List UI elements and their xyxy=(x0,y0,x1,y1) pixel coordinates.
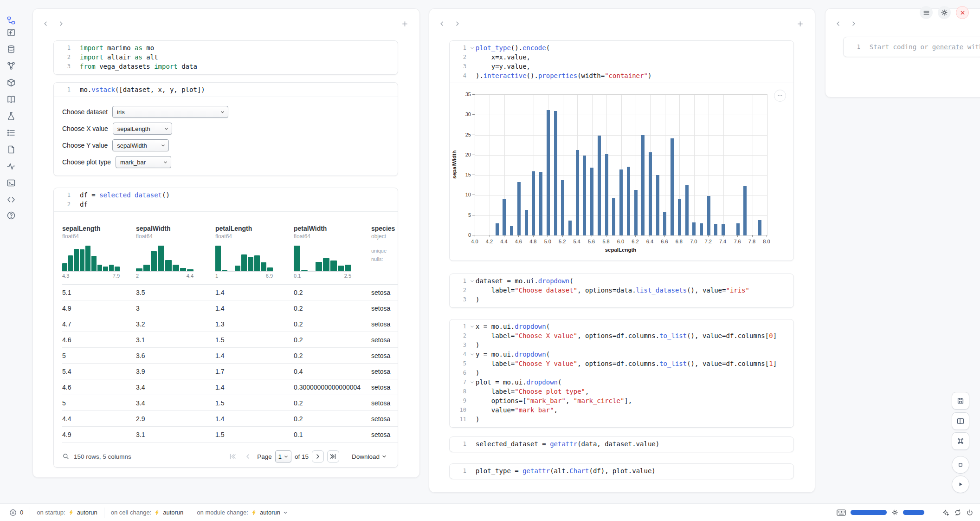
table-row[interactable]: 4.73.21.30.2setosa xyxy=(62,316,398,332)
column-scroll-right-button[interactable] xyxy=(451,18,463,29)
dependency-graph-icon[interactable] xyxy=(6,61,16,71)
table-row[interactable]: 4.42.91.40.2setosa xyxy=(62,411,398,427)
file-explorer-icon[interactable] xyxy=(6,15,16,26)
keyboard-icon[interactable] xyxy=(837,509,846,516)
code-line[interactable]: 4y = mo.ui.dropdown( xyxy=(450,350,793,359)
code-line[interactable]: 4).interactive().properties(width="conta… xyxy=(450,71,793,80)
fold-marker-icon[interactable] xyxy=(468,279,476,283)
table-row[interactable]: 4.931.40.2setosa xyxy=(62,300,398,316)
table-row[interactable]: 5.43.91.70.4setosa xyxy=(62,364,398,379)
keyboard-shortcuts-button[interactable] xyxy=(952,432,969,450)
table-row[interactable]: 4.63.11.50.2setosa xyxy=(62,332,398,348)
column-scroll-right-button[interactable] xyxy=(848,18,859,29)
column-name[interactable]: petalWidth xyxy=(294,225,371,232)
on-startup-config[interactable]: on startup: autorun xyxy=(30,508,104,518)
column-name[interactable]: species xyxy=(371,225,398,232)
code-line[interactable]: 1import marimo as mo xyxy=(54,43,398,52)
previous-page-button[interactable] xyxy=(242,450,254,462)
code-line[interactable]: 3 y=y.value, xyxy=(450,62,793,71)
generate-with-ai-link[interactable]: generate xyxy=(932,43,963,51)
documentation-icon[interactable] xyxy=(6,94,16,104)
on-cell-change-config[interactable]: on cell change: autorun xyxy=(104,508,190,518)
on-module-change-config[interactable]: on module change: autorun xyxy=(190,508,294,518)
save-button[interactable] xyxy=(952,392,969,410)
choose-y-value-select[interactable]: sepalWidth xyxy=(112,139,169,151)
table-search-button[interactable] xyxy=(62,450,70,462)
column-scroll-right-button[interactable] xyxy=(55,18,66,29)
code-line[interactable]: 1selected_dataset = getattr(data, datase… xyxy=(450,439,793,449)
next-page-button[interactable] xyxy=(312,450,324,462)
code-editor[interactable]: 1selected_dataset = getattr(data, datase… xyxy=(450,437,793,451)
code-editor[interactable]: 1import marimo as mo2import altair as al… xyxy=(54,41,398,73)
code-line[interactable]: 1plot_type = getattr(alt.Chart(df), plot… xyxy=(450,466,793,475)
code-line[interactable]: 11) xyxy=(450,415,793,424)
layout-select-button[interactable] xyxy=(952,412,969,430)
code-editor[interactable]: 1plot_type().encode(2 x=x.value,3 y=y.va… xyxy=(450,41,793,83)
table-row[interactable]: 5.13.51.40.2setosa xyxy=(62,285,398,300)
download-button[interactable]: Download xyxy=(349,453,389,461)
table-row[interactable]: 53.61.40.2setosa xyxy=(62,348,398,364)
chart-actions-button[interactable] xyxy=(774,90,786,102)
code-editor[interactable]: 1plot_type = getattr(alt.Chart(df), plot… xyxy=(450,464,793,478)
code-line[interactable]: 6) xyxy=(450,368,793,378)
column-name[interactable]: petalLength xyxy=(215,225,294,232)
code-line[interactable]: 1df = selected_dataset() xyxy=(54,190,398,200)
run-all-button[interactable] xyxy=(952,475,969,493)
code-line[interactable]: 3) xyxy=(450,340,793,350)
scratchpad-icon[interactable] xyxy=(6,111,16,121)
power-icon[interactable] xyxy=(966,509,974,516)
tracing-icon[interactable] xyxy=(6,161,16,171)
code-line[interactable]: 9 options=["mark_bar", "mark_circle"], xyxy=(450,396,793,405)
datasources-icon[interactable] xyxy=(6,44,16,54)
add-cell-button[interactable] xyxy=(794,18,806,29)
snippets-icon[interactable] xyxy=(6,195,16,205)
code-line[interactable]: 1x = mo.ui.dropdown( xyxy=(450,322,793,331)
empty-code-cell[interactable]: 1 Start coding or generate with AI. xyxy=(843,37,980,57)
table-row[interactable]: 53.41.50.2setosa xyxy=(62,395,398,411)
terminal-icon[interactable] xyxy=(6,178,16,188)
code-line[interactable]: 1 Start coding or generate with AI. xyxy=(844,42,980,52)
fold-marker-icon[interactable] xyxy=(468,380,476,384)
column-name[interactable]: sepalWidth xyxy=(136,225,215,232)
column-scroll-left-button[interactable] xyxy=(437,18,448,29)
marimo-docs-icon[interactable] xyxy=(6,27,16,38)
menu-icon[interactable] xyxy=(920,6,933,19)
reload-icon[interactable] xyxy=(954,509,961,516)
code-line[interactable]: 2df xyxy=(54,200,398,209)
choose-x-value-select[interactable]: sepalLength xyxy=(113,123,172,135)
fold-marker-icon[interactable] xyxy=(468,46,476,50)
ai-assist-icon[interactable] xyxy=(942,509,949,516)
fold-marker-icon[interactable] xyxy=(468,352,476,357)
packages-icon[interactable] xyxy=(6,78,16,88)
code-line[interactable]: 2 label="Choose X value", options=df.col… xyxy=(450,331,793,340)
column-scroll-left-button[interactable] xyxy=(40,18,52,29)
code-editor[interactable]: 1df = selected_dataset()2df xyxy=(54,188,398,211)
code-editor[interactable]: 1mo.vstack([dataset, x, y, plot]) xyxy=(54,83,398,97)
choose-plot-type-select[interactable]: mark_bar xyxy=(116,156,171,168)
code-line[interactable]: 1plot_type().encode( xyxy=(450,43,793,52)
column-name[interactable]: sepalLength xyxy=(62,225,136,232)
settings-gear-icon[interactable] xyxy=(938,6,951,19)
first-page-button[interactable] xyxy=(226,450,239,462)
column-scroll-left-button[interactable] xyxy=(833,18,844,29)
code-line[interactable]: 3) xyxy=(450,295,793,304)
logs-icon[interactable] xyxy=(6,144,16,155)
help-icon[interactable] xyxy=(6,210,16,221)
page-select[interactable]: 1 xyxy=(275,450,291,462)
code-line[interactable]: 2 x=x.value, xyxy=(450,52,793,62)
code-line[interactable]: 7plot = mo.ui.dropdown( xyxy=(450,378,793,387)
fold-marker-icon[interactable] xyxy=(468,325,476,329)
code-editor[interactable]: 1dataset = mo.ui.dropdown(2 label="Choos… xyxy=(450,274,793,306)
machine-stats-icon[interactable] xyxy=(891,509,898,516)
code-line[interactable]: 3from vega_datasets import data xyxy=(54,62,398,71)
shutdown-icon[interactable] xyxy=(956,6,969,19)
code-line[interactable]: 1dataset = mo.ui.dropdown( xyxy=(450,276,793,286)
outline-icon[interactable] xyxy=(6,128,16,138)
code-line[interactable]: 1mo.vstack([dataset, x, y, plot]) xyxy=(54,85,398,94)
choose-dataset-select[interactable]: iris xyxy=(112,106,228,118)
code-line[interactable]: 2 label="Choose dataset", options=data.l… xyxy=(450,286,793,295)
table-row[interactable]: 4.93.11.50.1setosa xyxy=(62,427,398,443)
code-line[interactable]: 10 value="mark_bar", xyxy=(450,405,793,415)
table-row[interactable]: 4.63.41.40.30000000000000004setosa xyxy=(62,379,398,395)
errors-indicator[interactable]: 0 xyxy=(6,508,30,517)
